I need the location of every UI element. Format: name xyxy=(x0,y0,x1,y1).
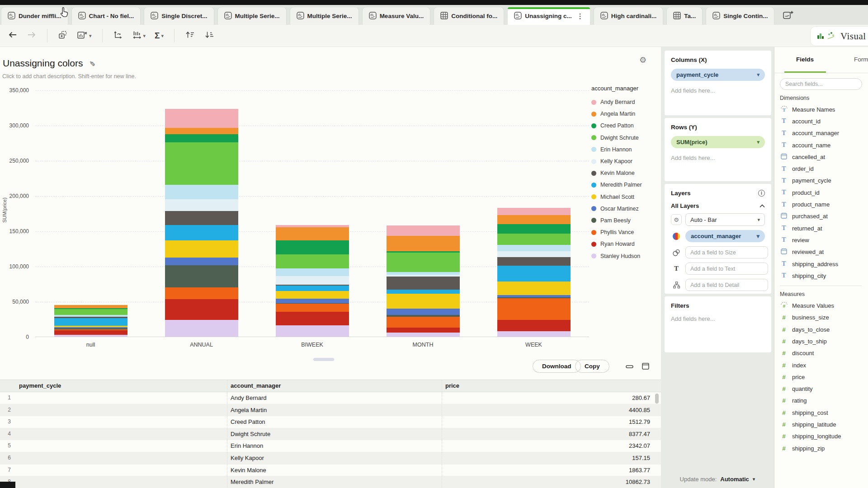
bar-segment[interactable] xyxy=(165,199,238,211)
field-item-shipping-address[interactable]: Tshipping_address xyxy=(780,258,868,270)
table-row[interactable]: 6Kelly Kapoor157.15 xyxy=(0,452,661,465)
field-item-rating[interactable]: #rating xyxy=(780,395,868,407)
field-item-payment-cycle[interactable]: Tpayment_cycle xyxy=(780,175,868,187)
field-item-purchased-at[interactable]: purchased_at xyxy=(780,211,868,222)
bar-segment[interactable] xyxy=(497,224,571,233)
tab-format[interactable]: Format xyxy=(854,56,868,63)
chevron-up-icon[interactable] xyxy=(760,204,765,208)
bar-segment[interactable] xyxy=(387,294,460,309)
field-item-shipping-longitude[interactable]: #shipping_longitude xyxy=(780,431,868,442)
field-item-review[interactable]: Treview xyxy=(780,234,868,246)
bar-segment[interactable] xyxy=(165,109,238,128)
columns-drop-placeholder[interactable]: Add fields here... xyxy=(671,87,765,94)
field-item-measure-values[interactable]: #Measure Values xyxy=(780,300,868,311)
bar-segment[interactable] xyxy=(54,318,127,326)
bar-segment[interactable] xyxy=(387,317,460,327)
bar-segment[interactable] xyxy=(276,254,349,268)
field-item-shipping-city[interactable]: Tshipping_city xyxy=(780,270,868,282)
bar-segment[interactable] xyxy=(497,245,571,251)
bar-segment[interactable] xyxy=(276,240,349,254)
bar-segment[interactable] xyxy=(165,287,238,300)
legend-item[interactable]: Michael Scott xyxy=(591,191,659,203)
bar-segment[interactable] xyxy=(276,286,349,291)
swap-axes-button[interactable] xyxy=(110,28,126,43)
bar-segment[interactable] xyxy=(497,320,571,331)
expand-chart-icon[interactable] xyxy=(642,363,649,370)
field-item-account-id[interactable]: Taccount_id xyxy=(780,115,868,127)
legend-item[interactable]: Erin Hannon xyxy=(591,144,659,155)
legend-item[interactable]: Meredith Palmer xyxy=(591,179,659,191)
bar-segment[interactable] xyxy=(497,298,571,320)
table-row[interactable]: 7Kevin Malone1863.77 xyxy=(0,465,661,477)
column-header-account_manager[interactable]: account_manager xyxy=(231,382,281,389)
bar-segment[interactable] xyxy=(165,258,238,266)
tab-ta-[interactable]: Ta... xyxy=(666,7,703,25)
chart-description-placeholder[interactable]: Click to add chart description. Shift-en… xyxy=(2,73,136,80)
bar-segment[interactable] xyxy=(276,325,349,337)
info-icon[interactable]: i xyxy=(758,190,765,197)
minimize-chart-icon[interactable] xyxy=(626,364,634,369)
table-row[interactable]: 1Andy Bernard280.67 xyxy=(0,392,661,404)
bar-segment[interactable] xyxy=(497,257,571,266)
bar-segment[interactable] xyxy=(497,215,571,224)
bar-segment[interactable] xyxy=(165,320,238,337)
field-item-returned-at[interactable]: Treturned_at xyxy=(780,222,868,234)
aggregate-button[interactable]: Σ▾ xyxy=(151,29,167,42)
legend-item[interactable]: Phyllis Vance xyxy=(591,226,659,238)
tab-high-cardinali-[interactable]: High cardinali... xyxy=(594,7,664,25)
update-mode-value[interactable]: Automatic xyxy=(720,476,749,483)
tab-multiple-serie-[interactable]: Multiple Serie... xyxy=(217,7,287,25)
legend-item[interactable]: Kelly Kapoor xyxy=(591,155,659,167)
bar-segment[interactable] xyxy=(276,312,349,325)
field-item-measure-names[interactable]: TMeasure Names xyxy=(780,103,868,115)
legend-item[interactable]: Pam Beesly xyxy=(591,215,659,226)
size-field-input[interactable] xyxy=(685,246,768,258)
text-field-input[interactable] xyxy=(685,263,768,275)
bar-segment[interactable] xyxy=(387,333,460,337)
table-scrollbar-thumb[interactable] xyxy=(655,394,659,404)
bar-segment[interactable] xyxy=(165,240,238,257)
bar-segment[interactable] xyxy=(497,282,571,295)
bar-segment[interactable] xyxy=(497,234,571,245)
legend-item[interactable]: Andy Bernard xyxy=(591,96,659,108)
bar-segment[interactable] xyxy=(387,328,460,333)
bar-segment[interactable] xyxy=(276,299,349,303)
bar-segment[interactable] xyxy=(387,225,460,236)
legend-item[interactable]: Angela Martin xyxy=(591,108,659,120)
sort-descending-button[interactable] xyxy=(201,28,218,43)
field-item-cancelled-at[interactable]: cancelled_at xyxy=(780,151,868,163)
field-item-product-id[interactable]: Tproduct_id xyxy=(780,187,868,198)
bar-segment[interactable] xyxy=(165,265,238,287)
bar-segment[interactable] xyxy=(276,227,349,240)
horizontal-scrollbar[interactable] xyxy=(313,358,334,361)
table-row[interactable]: 4Dwight Schrute8377.47 xyxy=(0,428,661,441)
search-input[interactable] xyxy=(780,78,862,90)
tab-conditional-fo-[interactable]: Conditional fo... xyxy=(434,7,504,25)
bar-segment[interactable] xyxy=(497,331,571,337)
bar-segment[interactable] xyxy=(54,335,127,337)
field-item-account-name[interactable]: Taccount_name xyxy=(780,139,868,151)
legend-item[interactable]: Creed Patton xyxy=(591,120,659,131)
table-row[interactable]: 2Angela Martin4400.85 xyxy=(0,404,661,417)
pill-payment-cycle[interactable]: payment_cycle ▾ xyxy=(671,69,765,81)
legend-item[interactable]: Ryan Howard xyxy=(591,238,659,250)
field-item-discount[interactable]: #discount xyxy=(780,347,868,359)
mark-type-select[interactable]: Auto - Bar ▾ xyxy=(685,213,765,226)
field-item-business-size[interactable]: #business_size xyxy=(780,312,868,324)
legend-item[interactable]: Oscar Martinez xyxy=(591,203,659,215)
bar-segment[interactable] xyxy=(54,305,127,308)
bar-segment[interactable] xyxy=(165,142,238,185)
pill-sum-price[interactable]: SUM(price) ▾ xyxy=(671,136,765,148)
field-item-days-to-ship[interactable]: #days_to_ship xyxy=(780,335,868,347)
bar-segment[interactable] xyxy=(497,251,571,257)
column-header-payment_cycle[interactable]: payment_cycle xyxy=(19,382,61,389)
field-item-quantity[interactable]: #quantity xyxy=(780,383,868,395)
add-chart-icon[interactable] xyxy=(783,10,794,21)
bar-segment[interactable] xyxy=(165,134,238,142)
bar-segment[interactable] xyxy=(276,276,349,285)
detail-field-input[interactable] xyxy=(685,279,768,291)
bar-segment[interactable] xyxy=(276,291,349,299)
download-button[interactable]: Download xyxy=(533,360,581,373)
bar-segment[interactable] xyxy=(165,299,238,319)
bar-segment[interactable] xyxy=(165,128,238,134)
